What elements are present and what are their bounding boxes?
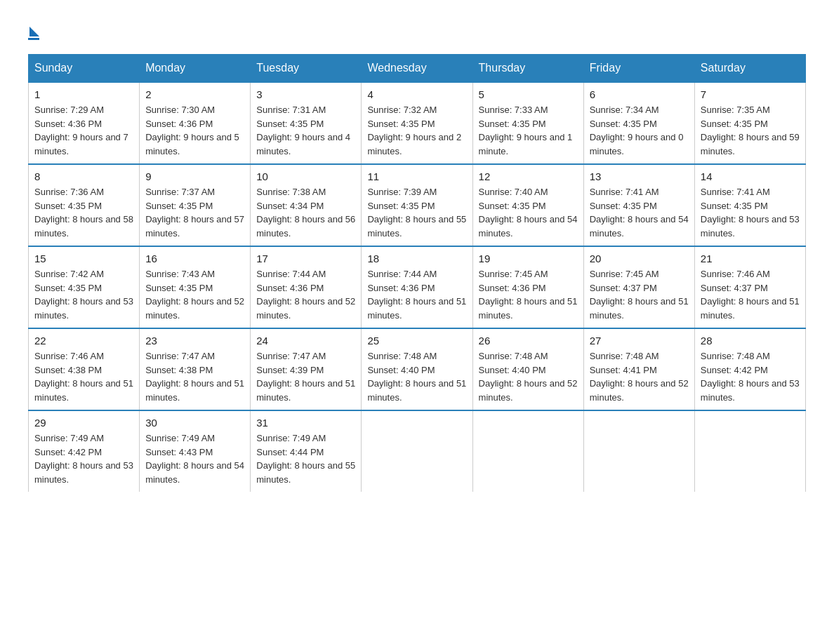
day-number: 24 [256, 335, 355, 347]
calendar-cell: 4 Sunrise: 7:32 AM Sunset: 4:35 PM Dayli… [362, 82, 472, 164]
calendar-cell: 3 Sunrise: 7:31 AM Sunset: 4:35 PM Dayli… [251, 82, 362, 164]
day-info: Sunrise: 7:36 AM Sunset: 4:35 PM Dayligh… [34, 185, 133, 240]
calendar-cell: 11 Sunrise: 7:39 AM Sunset: 4:35 PM Dayl… [362, 164, 472, 246]
calendar-cell: 12 Sunrise: 7:40 AM Sunset: 4:35 PM Dayl… [472, 164, 583, 246]
day-number: 25 [367, 335, 466, 347]
calendar-cell: 13 Sunrise: 7:41 AM Sunset: 4:35 PM Dayl… [583, 164, 694, 246]
day-number: 4 [367, 88, 466, 100]
calendar-week-row: 1 Sunrise: 7:29 AM Sunset: 4:36 PM Dayli… [29, 82, 806, 164]
calendar-cell: 8 Sunrise: 7:36 AM Sunset: 4:35 PM Dayli… [29, 164, 140, 246]
calendar-cell: 5 Sunrise: 7:33 AM Sunset: 4:35 PM Dayli… [472, 82, 583, 164]
day-number: 30 [145, 417, 244, 429]
day-number: 29 [34, 417, 133, 429]
calendar-cell: 19 Sunrise: 7:45 AM Sunset: 4:36 PM Dayl… [472, 246, 583, 328]
calendar-cell: 22 Sunrise: 7:46 AM Sunset: 4:38 PM Dayl… [29, 328, 140, 410]
calendar-cell [362, 410, 472, 492]
day-number: 17 [256, 253, 355, 264]
day-number: 11 [367, 170, 466, 182]
day-info: Sunrise: 7:48 AM Sunset: 4:41 PM Dayligh… [590, 349, 689, 404]
calendar-week-row: 29 Sunrise: 7:49 AM Sunset: 4:42 PM Dayl… [29, 410, 806, 492]
day-number: 22 [34, 335, 133, 347]
day-info: Sunrise: 7:32 AM Sunset: 4:35 PM Dayligh… [367, 103, 466, 158]
day-info: Sunrise: 7:33 AM Sunset: 4:35 PM Dayligh… [479, 103, 578, 158]
day-info: Sunrise: 7:41 AM Sunset: 4:35 PM Dayligh… [701, 185, 800, 240]
day-number: 1 [34, 88, 133, 100]
calendar-cell: 27 Sunrise: 7:48 AM Sunset: 4:41 PM Dayl… [583, 328, 694, 410]
day-number: 20 [590, 253, 689, 264]
day-info: Sunrise: 7:42 AM Sunset: 4:35 PM Dayligh… [34, 267, 133, 322]
day-number: 23 [145, 335, 244, 347]
day-info: Sunrise: 7:35 AM Sunset: 4:35 PM Dayligh… [701, 103, 800, 158]
day-number: 5 [479, 88, 578, 100]
calendar-cell: 18 Sunrise: 7:44 AM Sunset: 4:36 PM Dayl… [362, 246, 472, 328]
calendar-cell: 20 Sunrise: 7:45 AM Sunset: 4:37 PM Dayl… [583, 246, 694, 328]
header-monday: Monday [140, 55, 251, 83]
header-tuesday: Tuesday [251, 55, 362, 83]
calendar-cell [694, 410, 805, 492]
day-number: 12 [479, 170, 578, 182]
day-info: Sunrise: 7:49 AM Sunset: 4:42 PM Dayligh… [34, 431, 133, 486]
day-number: 10 [256, 170, 355, 182]
calendar-cell: 23 Sunrise: 7:47 AM Sunset: 4:38 PM Dayl… [140, 328, 251, 410]
calendar-cell: 14 Sunrise: 7:41 AM Sunset: 4:35 PM Dayl… [694, 164, 805, 246]
logo [28, 21, 39, 40]
calendar-week-row: 22 Sunrise: 7:46 AM Sunset: 4:38 PM Dayl… [29, 328, 806, 410]
calendar-cell: 26 Sunrise: 7:48 AM Sunset: 4:40 PM Dayl… [472, 328, 583, 410]
day-info: Sunrise: 7:46 AM Sunset: 4:37 PM Dayligh… [701, 267, 800, 322]
day-number: 13 [590, 170, 689, 182]
day-info: Sunrise: 7:44 AM Sunset: 4:36 PM Dayligh… [256, 267, 355, 322]
day-info: Sunrise: 7:47 AM Sunset: 4:39 PM Dayligh… [256, 349, 355, 404]
calendar-cell: 2 Sunrise: 7:30 AM Sunset: 4:36 PM Dayli… [140, 82, 251, 164]
day-number: 7 [701, 88, 800, 100]
day-number: 21 [701, 253, 800, 264]
day-number: 2 [145, 88, 244, 100]
calendar-cell: 30 Sunrise: 7:49 AM Sunset: 4:43 PM Dayl… [140, 410, 251, 492]
day-info: Sunrise: 7:41 AM Sunset: 4:35 PM Dayligh… [590, 185, 689, 240]
day-number: 16 [145, 253, 244, 264]
header-friday: Friday [583, 55, 694, 83]
day-number: 9 [145, 170, 244, 182]
header-thursday: Thursday [472, 55, 583, 83]
day-info: Sunrise: 7:49 AM Sunset: 4:43 PM Dayligh… [145, 431, 244, 486]
day-info: Sunrise: 7:48 AM Sunset: 4:40 PM Dayligh… [367, 349, 466, 404]
calendar-cell: 7 Sunrise: 7:35 AM Sunset: 4:35 PM Dayli… [694, 82, 805, 164]
calendar-cell [583, 410, 694, 492]
calendar-header-row: SundayMondayTuesdayWednesdayThursdayFrid… [29, 55, 806, 83]
calendar-cell: 15 Sunrise: 7:42 AM Sunset: 4:35 PM Dayl… [29, 246, 140, 328]
logo-underline [28, 38, 39, 40]
calendar-cell: 31 Sunrise: 7:49 AM Sunset: 4:44 PM Dayl… [251, 410, 362, 492]
calendar-cell: 21 Sunrise: 7:46 AM Sunset: 4:37 PM Dayl… [694, 246, 805, 328]
calendar-table: SundayMondayTuesdayWednesdayThursdayFrid… [28, 54, 806, 492]
header-sunday: Sunday [29, 55, 140, 83]
day-number: 27 [590, 335, 689, 347]
calendar-cell: 6 Sunrise: 7:34 AM Sunset: 4:35 PM Dayli… [583, 82, 694, 164]
day-info: Sunrise: 7:46 AM Sunset: 4:38 PM Dayligh… [34, 349, 133, 404]
day-info: Sunrise: 7:45 AM Sunset: 4:37 PM Dayligh… [590, 267, 689, 322]
day-number: 15 [34, 253, 133, 264]
calendar-cell: 16 Sunrise: 7:43 AM Sunset: 4:35 PM Dayl… [140, 246, 251, 328]
day-info: Sunrise: 7:45 AM Sunset: 4:36 PM Dayligh… [479, 267, 578, 322]
day-info: Sunrise: 7:29 AM Sunset: 4:36 PM Dayligh… [34, 103, 133, 158]
calendar-cell: 25 Sunrise: 7:48 AM Sunset: 4:40 PM Dayl… [362, 328, 472, 410]
calendar-week-row: 15 Sunrise: 7:42 AM Sunset: 4:35 PM Dayl… [29, 246, 806, 328]
day-number: 26 [479, 335, 578, 347]
day-number: 18 [367, 253, 466, 264]
day-number: 31 [256, 417, 355, 429]
day-info: Sunrise: 7:43 AM Sunset: 4:35 PM Dayligh… [145, 267, 244, 322]
day-info: Sunrise: 7:44 AM Sunset: 4:36 PM Dayligh… [367, 267, 466, 322]
calendar-cell: 10 Sunrise: 7:38 AM Sunset: 4:34 PM Dayl… [251, 164, 362, 246]
calendar-cell: 1 Sunrise: 7:29 AM Sunset: 4:36 PM Dayli… [29, 82, 140, 164]
calendar-cell: 24 Sunrise: 7:47 AM Sunset: 4:39 PM Dayl… [251, 328, 362, 410]
calendar-cell [472, 410, 583, 492]
calendar-cell: 17 Sunrise: 7:44 AM Sunset: 4:36 PM Dayl… [251, 246, 362, 328]
day-number: 14 [701, 170, 800, 182]
day-info: Sunrise: 7:38 AM Sunset: 4:34 PM Dayligh… [256, 185, 355, 240]
calendar-cell: 9 Sunrise: 7:37 AM Sunset: 4:35 PM Dayli… [140, 164, 251, 246]
calendar-week-row: 8 Sunrise: 7:36 AM Sunset: 4:35 PM Dayli… [29, 164, 806, 246]
page-header [28, 21, 806, 40]
day-info: Sunrise: 7:37 AM Sunset: 4:35 PM Dayligh… [145, 185, 244, 240]
calendar-cell: 28 Sunrise: 7:48 AM Sunset: 4:42 PM Dayl… [694, 328, 805, 410]
day-number: 3 [256, 88, 355, 100]
day-number: 6 [590, 88, 689, 100]
logo-arrow-icon [29, 27, 39, 36]
